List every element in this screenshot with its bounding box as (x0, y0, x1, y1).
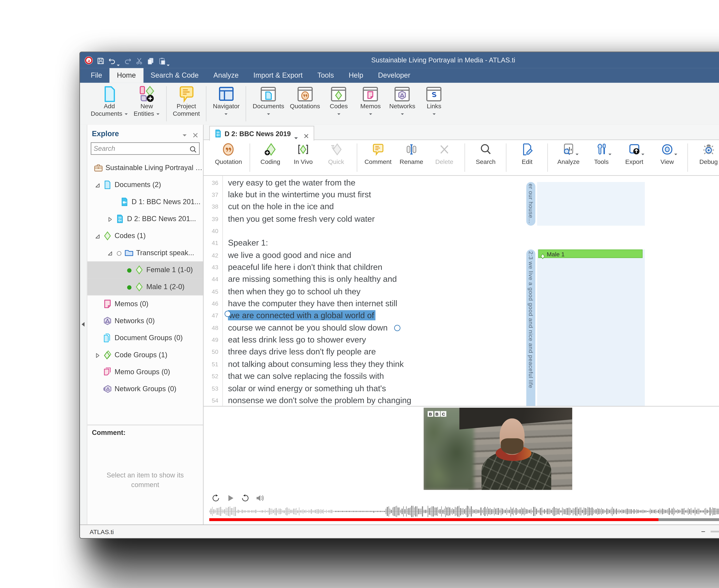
tree-item-memo-groups-0[interactable]: Memo Groups (0) (87, 363, 203, 380)
explore-close-icon[interactable] (192, 130, 199, 136)
dock-strip[interactable] (80, 125, 87, 525)
transcript-text[interactable]: cut on the hole in the ice and (228, 202, 334, 211)
transcript-text[interactable]: have the computer they have then interne… (228, 299, 397, 308)
playback-progress-bar[interactable] (209, 518, 719, 521)
tree-item-sustainable-living-portrayal-in[interactable]: Sustainable Living Portrayal in... (87, 159, 203, 176)
transcript-text[interactable]: lake but in the wintertime you must firs… (228, 190, 371, 199)
expander-closed-icon[interactable] (106, 216, 115, 222)
ribbon-codes[interactable]: Codes (323, 85, 355, 118)
quotation-bar-2[interactable]: 2:3 we live a good good and nice and pea… (526, 249, 535, 406)
transcript-text[interactable]: not talking about consuming less they th… (228, 359, 404, 369)
menu-tab-tools[interactable]: Tools (310, 68, 342, 83)
explore-dropdown-icon[interactable] (182, 130, 188, 136)
ribbon-new-entities[interactable]: NewEntities (131, 85, 163, 118)
play-icon[interactable] (226, 493, 235, 502)
doc-toolbar-view[interactable]: View (651, 141, 684, 175)
ribbon-add-documents[interactable]: AddDocuments (88, 85, 131, 118)
menu-tab-file[interactable]: File (83, 68, 109, 83)
selection-handle-start[interactable] (225, 311, 231, 317)
document-tab[interactable]: D 2: BBC News 2019 (209, 126, 314, 141)
expander-open-icon[interactable] (93, 233, 102, 239)
copy-button[interactable] (147, 56, 154, 64)
transcript-text[interactable]: peaceful life here i don't think that ch… (228, 262, 382, 272)
doc-toolbar-debug[interactable]: Debug (692, 141, 719, 175)
paste-dropdown-icon[interactable] (166, 59, 170, 62)
tree-item-female-1-1-0[interactable]: Female 1 (1-0) (87, 261, 203, 278)
expander-open-icon[interactable] (106, 250, 115, 256)
cut-button[interactable] (136, 56, 143, 64)
quotation-panel-2[interactable] (537, 249, 645, 406)
expander-closed-icon[interactable] (93, 352, 102, 358)
tab-close-icon[interactable] (303, 131, 309, 136)
doc-toolbar-comment[interactable]: Comment (361, 141, 395, 175)
loop-forward-icon[interactable] (241, 493, 249, 502)
menu-tab-help[interactable]: Help (341, 68, 371, 83)
undo-button[interactable] (108, 56, 120, 64)
ribbon-documents[interactable]: Documents (250, 85, 287, 118)
tab-dropdown-icon[interactable] (294, 132, 298, 135)
code-chip-male-1[interactable]: Male 1 (538, 249, 643, 258)
menu-tab-developer[interactable]: Developer (371, 68, 417, 83)
transcript-text[interactable]: three days drive less don't fly people a… (228, 347, 376, 356)
doc-toolbar-tools[interactable]: Tools (585, 141, 618, 175)
quotation-panel-1[interactable] (537, 182, 645, 226)
transcript-text[interactable]: course we cannot be you should slow down (228, 323, 388, 332)
collapse-panel-icon[interactable] (82, 322, 85, 327)
transcript-text[interactable]: eat less drink less go to shower every (228, 335, 366, 344)
tree-item-codes-1[interactable]: Codes (1) (87, 227, 203, 245)
tree-item-d-1-bbc-news-201[interactable]: D 1: BBC News 201... (87, 193, 203, 210)
menu-tab-analyze[interactable]: Analyze (206, 68, 246, 83)
transcript-text[interactable]: then you get some fresh very cold water (228, 214, 375, 223)
ribbon-quotations[interactable]: Quotations (287, 85, 323, 110)
ribbon-networks[interactable]: Networks (386, 85, 418, 118)
loop-back-icon[interactable] (211, 493, 220, 502)
volume-icon[interactable] (256, 493, 264, 502)
ribbon-project-comment[interactable]: ProjectComment (170, 85, 203, 118)
transcript-text[interactable]: very easy to get the water from the (228, 178, 355, 187)
transcript-text[interactable]: we live a good good and nice and (228, 250, 351, 259)
tree-item-documents-2[interactable]: Documents (2) (87, 176, 203, 193)
tree-item-networks-0[interactable]: Networks (0) (87, 312, 203, 329)
doc-toolbar-edit[interactable]: Edit (511, 141, 543, 175)
tree-item-male-1-2-0[interactable]: Male 1 (2-0) (87, 278, 203, 295)
paste-button[interactable] (158, 56, 170, 64)
selection-handle-end[interactable] (394, 325, 400, 331)
tree-item-network-groups-0[interactable]: Network Groups (0) (87, 380, 203, 397)
transcript-text[interactable]: then when they go to school uh they (228, 287, 361, 296)
quotation-bar-1[interactable]: er our house... (526, 182, 535, 226)
ribbon-links[interactable]: Links (418, 85, 450, 118)
tree-item-document-groups-0[interactable]: Document Groups (0) (87, 329, 203, 346)
expander-open-icon[interactable] (93, 182, 102, 188)
doc-toolbar-coding[interactable]: Coding (254, 141, 287, 175)
tree-item-code-groups-1[interactable]: Code Groups (1) (87, 346, 203, 363)
doc-toolbar-export[interactable]: Export (618, 141, 651, 175)
zoom-out-button[interactable]: − (700, 527, 706, 536)
doc-toolbar-quotation[interactable]: Quotation (211, 141, 245, 175)
undo-dropdown-icon[interactable] (116, 59, 120, 62)
transcript-text[interactable]: are missing something this is only healt… (228, 275, 397, 284)
menu-tab-home[interactable]: Home (109, 68, 143, 83)
transcript-text[interactable]: solar or wind energy or something uh tha… (228, 383, 386, 393)
selected-text[interactable]: we are connected with a global world of (228, 310, 375, 321)
zoom-slider[interactable] (711, 531, 719, 532)
doc-toolbar-rename[interactable]: Rename (395, 141, 428, 175)
audio-waveform[interactable] (209, 505, 719, 518)
tree-item-transcript-speak[interactable]: Transcript speak... (87, 245, 203, 261)
doc-toolbar-analyze[interactable]: Analyze (552, 141, 585, 175)
transcript-text[interactable]: we are connected with a global world of (228, 311, 375, 320)
ribbon-memos[interactable]: Memos (355, 85, 386, 118)
atlas-logo-button[interactable]: a (85, 56, 93, 64)
ribbon-navigator[interactable]: Navigator (210, 85, 243, 118)
search-input[interactable] (91, 145, 189, 152)
menu-tab-search-code[interactable]: Search & Code (143, 68, 206, 83)
video-frame[interactable]: BBC (424, 408, 572, 490)
transcript-text[interactable]: Speaker 1: (228, 238, 268, 247)
menu-tab-import-export[interactable]: Import & Export (246, 68, 310, 83)
transcript-text[interactable]: that we can solve replacing the fossils … (228, 372, 384, 381)
save-button[interactable] (97, 56, 104, 64)
doc-toolbar-in-vivo[interactable]: In Vivo (287, 141, 320, 175)
transcript-text[interactable]: nonsense we don't solve the problem by c… (228, 396, 411, 405)
tree-item-memos-0[interactable]: Memos (0) (87, 295, 203, 312)
tree-item-d-2-bbc-news-201[interactable]: D 2: BBC News 201... (87, 210, 203, 227)
redo-button[interactable] (124, 56, 131, 64)
